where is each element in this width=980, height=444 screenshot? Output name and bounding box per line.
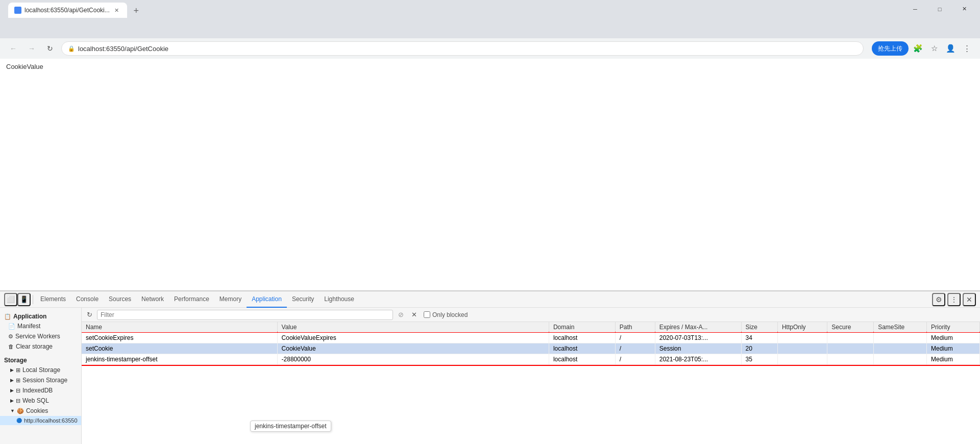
- col-header-httponly[interactable]: HttpOnly: [777, 322, 827, 333]
- col-header-size[interactable]: Size: [741, 322, 777, 333]
- devtools-inspect-icon[interactable]: ⬜: [4, 293, 17, 306]
- devtools-panel: ⬜ 📱 Elements Console Sources Network Per…: [0, 291, 980, 444]
- url-bar[interactable]: 🔒 localhost:63550/api/GetCookie: [61, 41, 864, 56]
- browser-tab[interactable]: localhost:63550/api/GetCooki... ✕: [8, 3, 127, 18]
- tab-bar: localhost:63550/api/GetCooki... ✕ +: [4, 0, 143, 18]
- cookie-cell-size: 35: [741, 354, 777, 365]
- extension-upload-button[interactable]: 抢先上传: [872, 41, 909, 56]
- menu-icon[interactable]: ⋮: [960, 41, 974, 56]
- cookie-cell-expires: 2021-08-23T05:...: [655, 354, 741, 365]
- close-button[interactable]: ✕: [952, 2, 976, 17]
- cookies-filter-input[interactable]: [97, 310, 393, 320]
- sidebar-item-web-sql[interactable]: ▶ ⊟ Web SQL: [0, 396, 81, 406]
- web-sql-expand-icon: ▶: [10, 398, 14, 403]
- indexeddb-expand-icon: ▶: [10, 388, 14, 393]
- cookie-cell-secure: [827, 333, 874, 343]
- user-icon[interactable]: 👤: [943, 41, 958, 56]
- sidebar-item-service-workers[interactable]: ⚙ Service Workers: [0, 331, 81, 341]
- cookie-cell-size: 20: [741, 343, 777, 354]
- tab-security[interactable]: Security: [287, 291, 319, 308]
- cookies-main-panel: ↻ ⊘ ✕ Only blocked Name Value Domain: [82, 308, 980, 444]
- url-text: localhost:63550/api/GetCookie: [78, 45, 168, 53]
- application-section-icon: 📋: [4, 313, 11, 320]
- col-header-name[interactable]: Name: [82, 322, 277, 333]
- table-row[interactable]: setCookieExpiresCookieValueExpireslocalh…: [82, 333, 980, 343]
- back-button[interactable]: ←: [6, 41, 20, 56]
- devtools-device-icon[interactable]: 📱: [17, 293, 31, 306]
- tab-memory[interactable]: Memory: [214, 291, 247, 308]
- indexeddb-icon: ⊟: [16, 387, 20, 394]
- col-header-samesite[interactable]: SameSite: [874, 322, 927, 333]
- only-blocked-checkbox[interactable]: [424, 311, 430, 318]
- cookies-refresh-button[interactable]: ↻: [84, 309, 95, 320]
- sidebar-item-clear-storage[interactable]: 🗑 Clear storage: [0, 341, 81, 352]
- minimize-button[interactable]: ─: [903, 2, 927, 17]
- cookie-cell-secure: [827, 354, 874, 365]
- session-storage-icon: ⊞: [16, 377, 20, 384]
- cookie-cell-httponly: [777, 333, 827, 343]
- devtools-sidebar: 📋 Application 📄 Manifest ⚙ Service Worke…: [0, 308, 82, 444]
- cookie-cell-domain: localhost: [549, 354, 615, 365]
- url-lock-icon: 🔒: [68, 45, 75, 52]
- sidebar-item-cookies[interactable]: ▼ 🍪 Cookies: [0, 406, 81, 416]
- tab-performance[interactable]: Performance: [169, 291, 214, 308]
- extensions-icon[interactable]: 🧩: [911, 41, 925, 56]
- cookie-cell-size: 34: [741, 333, 777, 343]
- sidebar-item-manifest[interactable]: 📄 Manifest: [0, 321, 81, 331]
- cookies-block-btn[interactable]: ✕: [408, 309, 420, 320]
- devtools-tabs: ⬜ 📱 Elements Console Sources Network Per…: [0, 291, 980, 308]
- cookie-cell-path: /: [615, 354, 655, 365]
- maximize-button[interactable]: □: [928, 2, 951, 17]
- cookie-cell-samesite: [874, 333, 927, 343]
- sidebar-item-indexeddb[interactable]: ▶ ⊟ IndexedDB: [0, 385, 81, 396]
- forward-button[interactable]: →: [24, 41, 39, 56]
- cookie-cell-expires: Session: [655, 343, 741, 354]
- col-header-secure[interactable]: Secure: [827, 322, 874, 333]
- cookie-cell-httponly: [777, 343, 827, 354]
- sidebar-item-local-storage[interactable]: ▶ ⊞ Local Storage: [0, 365, 81, 375]
- cookie-cell-samesite: [874, 354, 927, 365]
- col-header-value[interactable]: Value: [277, 322, 549, 333]
- col-header-path[interactable]: Path: [615, 322, 655, 333]
- tab-lighthouse[interactable]: Lighthouse: [319, 291, 359, 308]
- window-controls: ─ □ ✕: [903, 2, 976, 17]
- devtools-close-icon[interactable]: ✕: [963, 293, 976, 306]
- sidebar-item-cookies-localhost[interactable]: 🔵 http://localhost:63550: [0, 416, 81, 425]
- tab-favicon: [14, 7, 21, 14]
- col-header-expires[interactable]: Expires / Max-A...: [655, 322, 741, 333]
- page-body-text: CookieValue: [6, 63, 43, 70]
- col-header-priority[interactable]: Priority: [927, 322, 980, 333]
- cookie-cell-secure: [827, 343, 874, 354]
- col-header-domain[interactable]: Domain: [549, 322, 615, 333]
- cookie-cell-samesite: [874, 343, 927, 354]
- cookie-cell-priority: Medium: [927, 354, 980, 365]
- devtools-settings-icon[interactable]: ⚙: [932, 293, 945, 306]
- clear-storage-icon: 🗑: [8, 343, 14, 350]
- cookie-row-tooltip: jenkins-timestamper-offset: [250, 421, 331, 432]
- service-workers-icon: ⚙: [8, 333, 13, 340]
- cookie-cell-domain: localhost: [549, 343, 615, 354]
- refresh-button[interactable]: ↻: [43, 41, 57, 56]
- bookmark-icon[interactable]: ☆: [927, 41, 941, 56]
- tab-console[interactable]: Console: [71, 291, 104, 308]
- cookie-cell-value: -28800000: [277, 354, 549, 365]
- cookie-cell-path: /: [615, 343, 655, 354]
- cookies-child-icon: 🔵: [16, 418, 22, 423]
- tab-application[interactable]: Application: [247, 291, 287, 308]
- cookie-cell-value: CookieValue: [277, 343, 549, 354]
- tab-sources[interactable]: Sources: [104, 291, 136, 308]
- local-storage-icon: ⊞: [16, 367, 20, 374]
- sidebar-item-session-storage[interactable]: ▶ ⊞ Session Storage: [0, 375, 81, 385]
- tab-elements[interactable]: Elements: [35, 291, 71, 308]
- devtools-body: 📋 Application 📄 Manifest ⚙ Service Worke…: [0, 308, 980, 444]
- cookies-table-wrapper: Name Value Domain Path Expires / Max-A..…: [82, 322, 980, 444]
- tab-network[interactable]: Network: [136, 291, 169, 308]
- new-tab-button[interactable]: +: [129, 4, 143, 18]
- devtools-overflow-icon[interactable]: ⋮: [947, 293, 961, 306]
- cookie-cell-name: setCookieExpires: [82, 333, 277, 343]
- tab-close-button[interactable]: ✕: [113, 6, 121, 14]
- table-row[interactable]: setCookieCookieValuelocalhost/Session20M…: [82, 343, 980, 354]
- table-row[interactable]: jenkins-timestamper-offset-28800000local…: [82, 354, 980, 365]
- page-content: CookieValue: [0, 59, 980, 291]
- cookies-clear-filter-btn[interactable]: ⊘: [395, 309, 406, 320]
